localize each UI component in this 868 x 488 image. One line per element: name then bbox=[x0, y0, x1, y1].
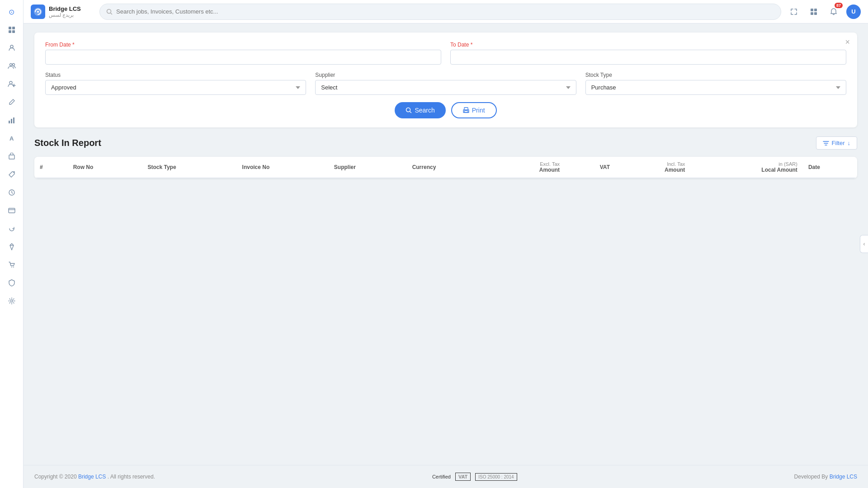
stock-type-select[interactable]: Purchase bbox=[585, 80, 846, 95]
to-date-input[interactable]: 03-10-2020 bbox=[450, 50, 846, 65]
stock-type-group: Stock Type Purchase bbox=[585, 72, 846, 95]
refresh-icon[interactable] bbox=[4, 221, 20, 237]
col-supplier: Supplier bbox=[329, 157, 407, 178]
main-area: Bridge LCS بريدج لسس 87 U × bbox=[24, 0, 868, 488]
edit-icon[interactable] bbox=[4, 94, 20, 110]
sidebar: ⊙ A bbox=[0, 0, 24, 488]
svg-point-5 bbox=[9, 64, 12, 66]
footer-developer: Developed By Bridge LCS bbox=[794, 474, 857, 480]
content-area: × From Date * 01-10-2020 To Date * 03-10… bbox=[24, 23, 868, 465]
col-incl-tax: Incl. Tax Amount bbox=[615, 157, 690, 178]
from-date-label: From Date * bbox=[45, 42, 441, 48]
to-date-label: To Date * bbox=[450, 42, 846, 48]
svg-rect-10 bbox=[13, 117, 14, 123]
status-label: Status bbox=[45, 72, 306, 78]
report-header: Stock In Report Filter ↓ bbox=[34, 136, 857, 150]
col-row-no: Row No bbox=[68, 157, 142, 178]
stock-type-label: Stock Type bbox=[585, 72, 846, 78]
footer-certifications: Certified VAT ISO 25000 : 2014 bbox=[432, 473, 517, 481]
logo: Bridge LCS بريدج لسس bbox=[31, 5, 94, 19]
svg-rect-9 bbox=[11, 119, 12, 123]
svg-rect-8 bbox=[9, 121, 10, 123]
user-icon[interactable] bbox=[4, 40, 20, 56]
app-name: Bridge LCS bbox=[49, 5, 81, 12]
svg-rect-22 bbox=[811, 9, 813, 11]
filter-row-options: Status Approved Supplier Select Stock Ty… bbox=[45, 72, 846, 95]
supplier-select[interactable]: Select bbox=[315, 80, 576, 95]
print-icon bbox=[463, 107, 469, 113]
shield-icon[interactable] bbox=[4, 275, 20, 291]
footer: Copyright © 2020 Bridge LCS . All rights… bbox=[24, 465, 868, 488]
col-stock-type: Stock Type bbox=[142, 157, 236, 178]
svg-rect-0 bbox=[9, 27, 11, 29]
svg-point-7 bbox=[9, 81, 12, 84]
report-title: Stock In Report bbox=[34, 138, 101, 148]
close-button[interactable]: × bbox=[845, 38, 850, 46]
footer-company-link[interactable]: Bridge LCS bbox=[78, 474, 106, 480]
tag-icon[interactable] bbox=[4, 166, 20, 183]
iso-badge: ISO 25000 : 2014 bbox=[475, 473, 517, 481]
col-hash: # bbox=[34, 157, 68, 178]
vat-badge: VAT bbox=[455, 473, 471, 481]
svg-point-17 bbox=[13, 267, 14, 267]
svg-rect-23 bbox=[814, 9, 817, 11]
svg-rect-24 bbox=[811, 12, 813, 15]
col-vat: VAT bbox=[565, 157, 615, 178]
svg-point-4 bbox=[10, 45, 13, 48]
from-date-group: From Date * 01-10-2020 bbox=[45, 42, 441, 65]
svg-point-6 bbox=[12, 64, 14, 66]
svg-text:A: A bbox=[9, 135, 14, 142]
col-local-amount: in (SAR) Local Amount bbox=[690, 157, 803, 178]
filter-card: × From Date * 01-10-2020 To Date * 03-10… bbox=[34, 33, 857, 127]
search-button[interactable]: Search bbox=[395, 102, 445, 118]
global-search[interactable] bbox=[99, 4, 781, 20]
app-name-arabic: بريدج لسس bbox=[49, 12, 81, 18]
grid-button[interactable] bbox=[807, 5, 821, 19]
user-add-icon[interactable] bbox=[4, 76, 20, 92]
dashboard-icon[interactable] bbox=[4, 22, 20, 38]
col-excl-tax: Excl. Tax Amount bbox=[490, 157, 565, 178]
filter-icon bbox=[823, 140, 829, 146]
svg-rect-2 bbox=[9, 30, 11, 33]
filter-row-dates: From Date * 01-10-2020 To Date * 03-10-2… bbox=[45, 42, 846, 65]
status-select[interactable]: Approved bbox=[45, 80, 306, 95]
svg-point-16 bbox=[11, 267, 12, 267]
font-icon[interactable]: A bbox=[4, 130, 20, 146]
svg-point-18 bbox=[10, 300, 13, 302]
search-input[interactable] bbox=[116, 8, 774, 15]
notifications-button[interactable]: 87 bbox=[826, 5, 841, 19]
topbar-actions: 87 U bbox=[787, 5, 861, 19]
svg-rect-28 bbox=[464, 111, 468, 113]
svg-rect-12 bbox=[9, 155, 14, 159]
card-icon[interactable] bbox=[4, 202, 20, 219]
chart-icon[interactable] bbox=[4, 112, 20, 128]
user-avatar[interactable]: U bbox=[846, 5, 861, 19]
svg-rect-27 bbox=[464, 108, 468, 110]
print-button[interactable]: Print bbox=[451, 102, 497, 118]
gear-icon[interactable] bbox=[4, 293, 20, 309]
col-invoice-no: Invoice No bbox=[237, 157, 329, 178]
filter-toggle-button[interactable]: Filter ↓ bbox=[816, 136, 857, 150]
diamond-icon[interactable] bbox=[4, 239, 20, 255]
svg-rect-1 bbox=[12, 27, 15, 29]
search-btn-icon bbox=[406, 107, 412, 113]
from-date-input[interactable]: 01-10-2020 bbox=[45, 50, 441, 65]
home-icon[interactable]: ⊙ bbox=[4, 4, 20, 20]
cart-icon[interactable] bbox=[4, 257, 20, 273]
clock-icon[interactable] bbox=[4, 184, 20, 201]
svg-point-26 bbox=[406, 108, 410, 112]
certified-label: Certified bbox=[432, 474, 451, 479]
supplier-label: Supplier bbox=[315, 72, 576, 78]
box-icon[interactable] bbox=[4, 148, 20, 164]
col-currency: Currency bbox=[407, 157, 490, 178]
search-icon bbox=[106, 9, 113, 15]
footer-dev-link[interactable]: Bridge LCS bbox=[830, 474, 857, 480]
col-date: Date bbox=[803, 157, 857, 178]
notification-badge: 87 bbox=[835, 3, 843, 8]
collapse-button[interactable]: ‹ bbox=[860, 235, 868, 253]
logo-text: Bridge LCS بريدج لسس bbox=[49, 5, 81, 18]
team-icon[interactable] bbox=[4, 58, 20, 74]
svg-rect-15 bbox=[9, 208, 15, 213]
fullscreen-button[interactable] bbox=[787, 5, 801, 19]
topbar: Bridge LCS بريدج لسس 87 U bbox=[24, 0, 868, 23]
